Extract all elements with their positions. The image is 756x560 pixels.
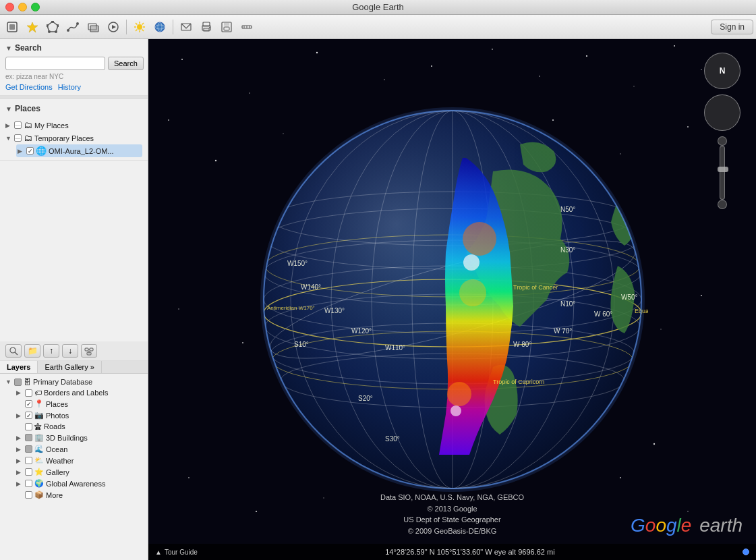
photos-icon: 📷	[34, 411, 44, 420]
gallery-checkbox[interactable]	[25, 468, 32, 476]
svg-marker-2	[27, 22, 38, 32]
layer-roads[interactable]: ▶ 🛣 Roads	[16, 421, 142, 432]
more-icon: 📦	[34, 491, 44, 499]
places-my-places[interactable]: ▶ — 🗂 My Places	[5, 119, 142, 132]
signin-button[interactable]: Sign in	[711, 20, 753, 34]
move-down-button[interactable]: ↓	[62, 344, 78, 358]
more-label: More	[46, 491, 63, 499]
add-placemark-button[interactable]	[23, 18, 42, 36]
my-places-label: My Places	[34, 121, 69, 130]
email-button[interactable]	[177, 18, 196, 36]
global-awareness-checkbox[interactable]	[25, 480, 32, 487]
svg-point-58	[168, 119, 169, 121]
temporary-checkbox[interactable]: —	[14, 134, 22, 142]
photos-label: Photos	[46, 412, 69, 420]
places-section: ▼ Places ▶ — 🗂 My Places ▼ — 🗂 Temporary…	[0, 99, 148, 161]
switch-sky-button[interactable]	[150, 18, 169, 36]
record-tour-button[interactable]	[104, 18, 123, 36]
add-path-button[interactable]	[63, 18, 82, 36]
layer-3d-buildings[interactable]: ▶ 🏢 3D Buildings	[16, 432, 142, 443]
photos-checkbox[interactable]	[25, 412, 32, 419]
zoom-track[interactable]	[720, 146, 725, 200]
measure-button[interactable]	[237, 18, 256, 36]
navigation-compass: N	[702, 53, 743, 209]
maximize-button[interactable]	[31, 3, 40, 11]
move-up-button[interactable]: ↑	[43, 344, 59, 358]
search-button[interactable]: Search	[108, 57, 144, 70]
svg-line-23	[136, 29, 138, 31]
places-spacer	[0, 161, 148, 341]
primary-database[interactable]: ▼ 🗄 Primary Database	[5, 376, 142, 387]
places-collapse-icon[interactable]: ▼	[5, 105, 12, 113]
tab-layers[interactable]: Layers	[0, 361, 38, 373]
my-places-checkbox[interactable]: —	[14, 121, 22, 129]
add-polygon-button[interactable]	[43, 18, 62, 36]
layer-ocean[interactable]: ▶ 🌊 Ocean	[16, 443, 142, 455]
places-layer-checkbox[interactable]	[25, 400, 32, 408]
earth-globe-container[interactable]: N50° N30° N10° W40° W50° W 60° W 70° W 8…	[257, 104, 648, 495]
search-collapse-icon[interactable]: ▼	[5, 45, 12, 52]
add-folder-button[interactable]: 📁	[24, 344, 40, 358]
global-awareness-icon: 🌍	[34, 479, 44, 488]
places-temporary[interactable]: ▼ — 🗂 Temporary Places	[5, 132, 142, 144]
attribution-line-4: © 2009 GeoBasis-DE/BKG	[380, 526, 524, 537]
coordinates-display: 14°28'26.59" N 105°51'33.60" W eye alt 9…	[203, 548, 737, 556]
print-button[interactable]	[197, 18, 216, 36]
search-places-button[interactable]	[5, 344, 22, 358]
svg-line-20	[136, 23, 138, 25]
toolbar-sep-2	[173, 20, 173, 34]
omi-item[interactable]: ▶ 🌐 OMI-Aura_L2-OM...	[16, 144, 142, 157]
main-content: ▼ Search Search ex: pizza near NYC Get D…	[0, 39, 756, 560]
layer-borders[interactable]: ▶ 🏷 Borders and Labels	[16, 387, 142, 398]
svg-point-54	[586, 55, 587, 57]
tour-guide[interactable]: ▲ Tour Guide	[155, 549, 198, 556]
svg-point-75	[660, 329, 661, 329]
layer-photos[interactable]: ▶ 📷 Photos	[16, 410, 142, 421]
zoom-slider[interactable]	[718, 136, 727, 209]
layer-places[interactable]: ▶ 📍 Places	[16, 398, 142, 410]
move-tool-button[interactable]	[3, 18, 22, 36]
close-button[interactable]	[5, 3, 14, 11]
show-sunlight-button[interactable]	[130, 18, 149, 36]
add-overlay-button[interactable]	[84, 18, 103, 36]
get-directions-link[interactable]: Get Directions	[5, 83, 53, 91]
places-actions: 📁 ↑ ↓	[0, 341, 148, 361]
weather-checkbox[interactable]	[25, 457, 32, 464]
gallery-arrow: ▶	[16, 469, 23, 476]
more-arrow: ▶	[16, 492, 23, 499]
search-input[interactable]	[5, 57, 105, 70]
more-checkbox[interactable]	[25, 491, 32, 499]
ocean-checkbox[interactable]	[25, 445, 32, 453]
layer-weather[interactable]: ▶ ⛅ Weather	[16, 455, 142, 466]
zoom-min[interactable]	[718, 200, 727, 209]
add-network-link-button[interactable]	[81, 344, 97, 358]
svg-marker-14	[112, 25, 116, 29]
zoom-thumb[interactable]	[718, 167, 728, 172]
my-places-icon: 🗂	[24, 120, 32, 130]
primary-db-checkbox[interactable]	[14, 379, 22, 386]
zoom-max[interactable]	[718, 136, 727, 146]
weather-icon: ⛅	[34, 456, 44, 465]
layer-gallery[interactable]: ▶ ⭐ Gallery	[16, 466, 142, 478]
3d-buildings-icon: 🏢	[34, 433, 44, 442]
svg-point-71	[653, 443, 655, 445]
save-image-button[interactable]	[217, 18, 236, 36]
status-indicator	[743, 549, 749, 555]
layer-global-awareness[interactable]: ▶ 🌍 Global Awareness	[16, 478, 142, 489]
layer-tabs: Layers Earth Gallery »	[0, 361, 148, 374]
roads-checkbox[interactable]	[25, 423, 32, 430]
layer-more[interactable]: ▶ 📦 More	[16, 489, 142, 501]
history-link[interactable]: History	[58, 83, 81, 91]
borders-checkbox[interactable]	[25, 389, 32, 397]
map-area[interactable]: N50° N30° N10° W40° W50° W 60° W 70° W 8…	[148, 39, 756, 560]
weather-arrow: ▶	[16, 457, 23, 464]
svg-line-21	[142, 29, 144, 31]
tilt-control[interactable]	[704, 94, 740, 131]
svg-point-49	[316, 52, 318, 53]
tab-earth-gallery[interactable]: Earth Gallery »	[38, 361, 101, 373]
svg-point-66	[188, 477, 190, 478]
minimize-button[interactable]	[18, 3, 27, 11]
compass-rose[interactable]: N	[704, 53, 740, 89]
omi-checkbox[interactable]	[26, 147, 34, 155]
3d-buildings-checkbox[interactable]	[25, 434, 32, 441]
